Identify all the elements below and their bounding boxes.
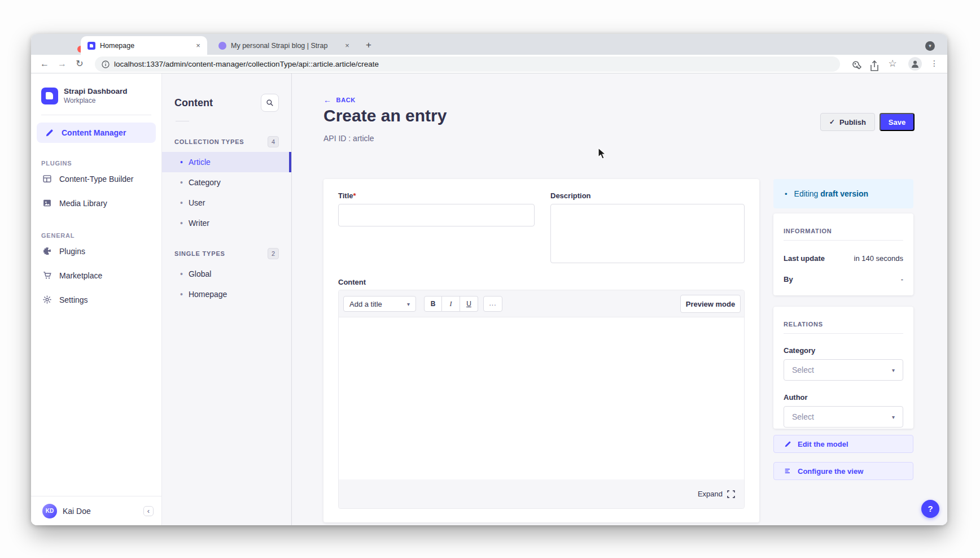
search-icon: [266, 99, 274, 107]
blog-favicon: [218, 42, 226, 50]
by-value: -: [901, 275, 903, 284]
filter-lines-icon: [784, 467, 792, 475]
help-button[interactable]: ?: [921, 500, 939, 518]
save-button[interactable]: Save: [880, 113, 915, 131]
subnav-item-global[interactable]: • Global: [162, 264, 291, 284]
check-icon: ✓: [829, 118, 835, 126]
sidebar-item-content-manager[interactable]: Content Manager: [37, 123, 156, 143]
tab-search-button[interactable]: ▾: [925, 41, 935, 51]
workspace-name: Workplace: [64, 97, 128, 104]
main-content: ← BACK Create an entry API ID : article …: [292, 73, 947, 525]
underline-button[interactable]: U: [460, 296, 478, 312]
browser-profile-avatar[interactable]: [908, 57, 922, 71]
cart-icon: [41, 270, 53, 281]
configure-view-button[interactable]: Configure the view: [773, 462, 913, 480]
collapse-sidebar-button[interactable]: ‹: [143, 506, 154, 516]
strapi-favicon: [88, 42, 95, 50]
relations-card: RELATIONS Category Select ▾ Author Selec…: [773, 307, 913, 429]
title-input[interactable]: [338, 204, 535, 226]
tab-close-icon[interactable]: ×: [343, 41, 352, 50]
strapi-app: Strapi Dashboard Workplace Content Manag…: [31, 73, 947, 525]
app-name: Strapi Dashboard: [64, 87, 128, 95]
puzzle-icon: [41, 246, 53, 257]
sidebar-item-settings[interactable]: Settings: [31, 287, 161, 312]
chevron-down-icon: ▾: [892, 414, 895, 420]
page-info-icon[interactable]: [102, 60, 110, 68]
sidebar-item-plugins[interactable]: Plugins: [31, 239, 161, 263]
bullet-icon: •: [180, 158, 183, 167]
subnav-item-homepage[interactable]: • Homepage: [162, 284, 291, 304]
pen-icon: [43, 127, 55, 138]
expand-icon[interactable]: [727, 490, 735, 498]
sidebar-item-label: Media Library: [59, 199, 107, 208]
editor-text-area[interactable]: [339, 317, 744, 479]
user-avatar[interactable]: KD: [42, 504, 57, 518]
author-select[interactable]: Select ▾: [784, 406, 903, 428]
information-header: INFORMATION: [784, 213, 903, 234]
back-icon[interactable]: ←: [38, 57, 51, 71]
subnav-item-category[interactable]: • Category: [162, 172, 291, 193]
italic-button[interactable]: I: [442, 296, 460, 312]
by-label: By: [784, 275, 793, 284]
subnav-item-label: Article: [189, 158, 211, 167]
forward-icon[interactable]: →: [55, 57, 69, 71]
layout-icon: [41, 173, 53, 185]
browser-tab-blog[interactable]: My personal Strapi blog | Strap ×: [212, 36, 356, 55]
preview-mode-button[interactable]: Preview mode: [680, 295, 741, 313]
bookmark-star-icon[interactable]: ☆: [886, 57, 899, 71]
configure-view-label: Configure the view: [798, 467, 863, 476]
expand-label[interactable]: Expand: [698, 490, 723, 498]
collection-types-header: COLLECTION TYPES: [174, 138, 244, 145]
person-icon: [911, 59, 920, 68]
subnav-item-label: User: [189, 198, 205, 207]
edit-model-button[interactable]: Edit the model: [773, 435, 913, 453]
workspace-switcher[interactable]: Strapi Dashboard Workplace: [31, 73, 161, 115]
browser-tab-homepage[interactable]: Homepage ×: [81, 36, 207, 55]
rich-text-editor: Add a title ▾ B I U ... Preview mode: [338, 290, 745, 509]
heading-select-value: Add a title: [349, 300, 382, 308]
description-field-label: Description: [550, 191, 591, 200]
sidebar-item-content-type-builder[interactable]: Content-Type Builder: [31, 167, 161, 191]
pencil-icon: [784, 440, 792, 448]
url-text: localhost:1337/admin/content-manager/col…: [114, 60, 379, 68]
search-button[interactable]: [261, 94, 279, 112]
category-select-value: Select: [792, 365, 814, 374]
category-select[interactable]: Select ▾: [784, 359, 903, 381]
bullet-icon: •: [180, 269, 183, 278]
tab-close-icon[interactable]: ×: [194, 41, 203, 50]
chevron-down-icon: ▾: [892, 367, 895, 373]
subnav-item-user[interactable]: • User: [162, 193, 291, 213]
bold-button[interactable]: B: [424, 296, 442, 312]
more-formatting-button[interactable]: ...: [483, 296, 502, 312]
divider: [784, 240, 903, 241]
password-key-icon[interactable]: [851, 59, 864, 73]
publish-button[interactable]: ✓ Publish: [820, 113, 875, 131]
sidebar-user-footer: KD Kai Doe ‹: [31, 496, 161, 525]
subnav-item-article[interactable]: • Article: [162, 152, 291, 172]
back-link[interactable]: ← BACK: [323, 95, 356, 104]
share-icon[interactable]: [868, 59, 881, 73]
sidebar-item-label: Content Manager: [62, 128, 126, 137]
subnav-item-writer[interactable]: • Writer: [162, 213, 291, 233]
content-subnav: Content COLLECTION TYPES 4 • Article • C…: [162, 73, 292, 525]
sidebar-section-plugins: PLUGINS: [31, 160, 161, 167]
image-icon: [41, 198, 53, 209]
sidebar-item-marketplace[interactable]: Marketplace: [31, 263, 161, 287]
heading-select[interactable]: Add a title ▾: [343, 296, 416, 312]
main-sidebar: Strapi Dashboard Workplace Content Manag…: [31, 73, 162, 525]
reload-icon[interactable]: ↻: [73, 57, 86, 71]
mouse-cursor: [598, 147, 608, 160]
new-tab-button[interactable]: +: [362, 39, 375, 53]
edit-model-label: Edit the model: [798, 440, 848, 448]
sidebar-item-media-library[interactable]: Media Library: [31, 191, 161, 215]
editing-version: draft version: [820, 189, 868, 198]
subnav-title: Content: [174, 97, 213, 109]
subnav-item-label: Homepage: [189, 290, 228, 299]
browser-toolbar: ← → ↻ localhost:1337/admin/content-manag…: [31, 55, 947, 73]
back-arrow-icon: ←: [323, 95, 332, 104]
description-textarea[interactable]: [550, 204, 745, 263]
editor-toolbar: Add a title ▾ B I U ... Preview mode: [339, 290, 744, 317]
address-bar[interactable]: localhost:1337/admin/content-manager/col…: [95, 56, 840, 72]
divider: [41, 115, 151, 115]
browser-menu-icon[interactable]: ⋮: [928, 57, 941, 71]
